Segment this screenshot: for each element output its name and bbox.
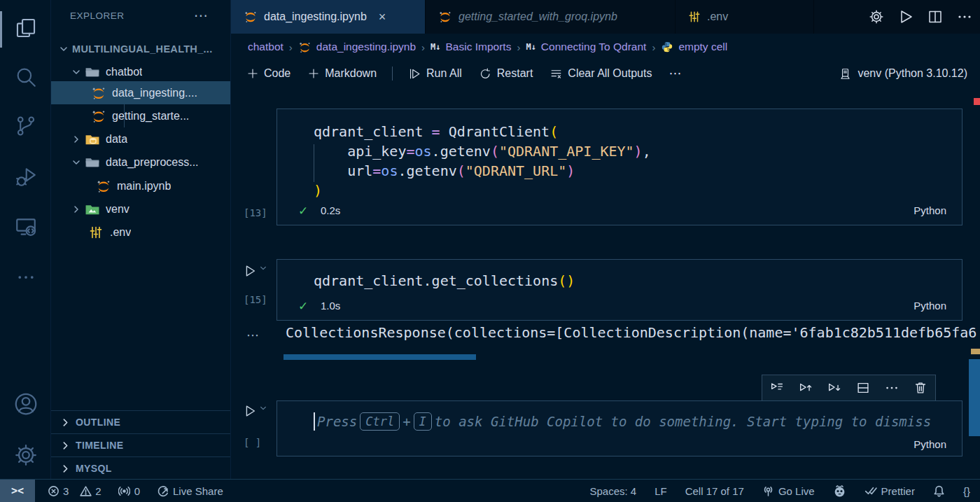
text-cursor <box>314 412 315 431</box>
breadcrumb-connecting-to-qdrant[interactable]: M↓ Connecting To Qdrant <box>526 41 646 53</box>
tree-folder-data-preprocess[interactable]: data_preprocess... <box>51 151 230 174</box>
code-cell-1[interactable]: qdrant_client = QdrantClient( api_key=os… <box>276 109 962 225</box>
folder-icon <box>85 156 100 169</box>
jupyter-icon <box>244 10 258 24</box>
run-icon <box>242 263 258 279</box>
indentation-indicator[interactable]: Spaces: 4 <box>589 485 636 497</box>
account-icon[interactable] <box>0 382 51 426</box>
tree-folder-venv[interactable]: venv <box>51 197 230 221</box>
eol-indicator[interactable]: LF <box>654 485 667 497</box>
env-settings-icon <box>688 11 701 23</box>
remote-indicator[interactable]: >< <box>0 480 35 502</box>
run-debug-icon[interactable] <box>0 154 51 199</box>
breadcrumb-empty-cell[interactable]: empty cell <box>661 41 727 53</box>
split-cell-icon[interactable] <box>854 379 872 397</box>
run-all-icon[interactable] <box>896 7 916 27</box>
tree-folder-chatbot[interactable]: chatbot <box>51 60 230 83</box>
breadcrumb-basic-imports[interactable]: M↓ Basic Imports <box>430 41 511 53</box>
more-views-icon[interactable] <box>0 255 51 300</box>
notifications-bell-icon[interactable] <box>933 485 945 497</box>
chevron-down-icon <box>59 45 68 53</box>
clear-all-outputs-button[interactable]: Clear All Outputs <box>544 64 657 83</box>
code-cell-2[interactable]: qdrant_client.get_collections() ✓ 1.0s P… <box>276 259 962 321</box>
ports-indicator[interactable]: 0 <box>118 485 140 497</box>
copilot-hint: PressCtrl+I to ask GitHub Copilot to do … <box>314 412 931 431</box>
kernel-picker[interactable]: venv (Python 3.10.12) <box>833 60 973 87</box>
cell-position-indicator[interactable]: Cell 17 of 17 <box>685 485 744 497</box>
clear-outputs-icon <box>550 67 563 81</box>
braces-indicator[interactable]: {} <box>963 485 970 497</box>
restart-button[interactable]: Restart <box>473 64 539 83</box>
cell-language-picker[interactable]: Python <box>913 300 946 312</box>
go-live-button[interactable]: Go Live <box>762 485 815 497</box>
cell-language-picker[interactable]: Python <box>913 438 946 450</box>
tab-env[interactable]: .env <box>676 0 814 34</box>
run-below-icon[interactable] <box>825 379 844 397</box>
octoface-icon[interactable] <box>833 484 846 498</box>
run-all-button[interactable]: Run All <box>402 64 468 83</box>
run-above-icon[interactable] <box>797 379 815 397</box>
warning-icon <box>80 485 92 497</box>
explorer-more-actions[interactable]: ⋯ <box>194 7 209 24</box>
tree-file-env[interactable]: .env <box>51 221 230 244</box>
chevron-right-icon <box>61 418 70 427</box>
live-share-button[interactable]: Live Share <box>157 485 223 497</box>
search-icon[interactable] <box>0 55 51 99</box>
execution-count: [13] <box>244 207 267 218</box>
more-actions-icon[interactable] <box>955 7 974 27</box>
toolbar-divider <box>392 67 393 81</box>
jupyter-icon <box>91 109 106 124</box>
code-editor[interactable]: qdrant_client = QdrantClient( api_key=os… <box>277 109 962 200</box>
source-control-icon[interactable] <box>0 104 51 148</box>
jupyter-icon <box>298 41 312 54</box>
go-live-icon <box>762 485 774 497</box>
add-code-cell-button[interactable]: Code <box>241 64 296 83</box>
code-editor[interactable]: qdrant_client.get_collections() <box>277 260 962 291</box>
prettier-indicator[interactable]: Prettier <box>864 484 915 497</box>
broadcast-icon <box>118 485 130 497</box>
problems-indicator[interactable]: 3 2 <box>48 485 102 497</box>
tree-folder-data[interactable]: data <box>51 127 230 151</box>
delete-cell-icon[interactable] <box>911 379 930 397</box>
python-icon <box>661 41 673 53</box>
output-collapse-icon[interactable]: ⋯ <box>246 328 260 343</box>
tab-data-ingesting[interactable]: data_ingesting.ipynb × <box>231 0 426 34</box>
cell-language-picker[interactable]: Python <box>913 204 946 216</box>
tree-file-main-ipynb[interactable]: main.ipynb <box>51 174 230 197</box>
vscode-window: EXPLORER ⋯ MULTILINGUAL_HEALTH_... chatb… <box>0 0 980 502</box>
tab-getting-started[interactable]: getting_started_with_groq.ipynb <box>426 0 676 34</box>
more-actions-icon[interactable] <box>883 379 901 397</box>
editor-area: data_ingesting.ipynb × getting_started_w… <box>231 0 980 479</box>
cell-output: CollectionsResponse(collections=[Collect… <box>286 322 980 343</box>
empty-code-cell[interactable]: PressCtrl+I to ask GitHub Copilot to do … <box>276 400 962 456</box>
close-icon[interactable]: × <box>379 10 386 25</box>
vertical-scrollbar[interactable] <box>969 359 980 436</box>
tree-file-getting-started[interactable]: getting_starte... <box>51 104 230 127</box>
notebook-settings-gear-icon[interactable] <box>867 7 886 27</box>
database-folder-icon <box>85 133 100 146</box>
chevron-right-icon <box>61 464 70 473</box>
horizontal-scrollbar[interactable] <box>284 354 476 360</box>
breadcrumb-chatbot[interactable]: chatbot <box>248 41 284 53</box>
breadcrumb: chatbot › data_ingesting.ipynb › M↓ Basi… <box>231 34 980 60</box>
venv-folder-icon <box>85 203 100 216</box>
tree-file-data-ingesting[interactable]: data_ingesting.... <box>51 81 230 104</box>
panel-mysql[interactable]: MYSQL <box>51 456 230 480</box>
folder-icon <box>85 66 100 78</box>
add-markdown-cell-button[interactable]: Markdown <box>302 64 382 83</box>
live-share-icon <box>157 485 169 497</box>
run-cell-button[interactable] <box>242 263 267 279</box>
execute-above-cells-icon[interactable] <box>768 379 786 397</box>
run-cell-button[interactable] <box>242 403 267 419</box>
split-editor-icon[interactable] <box>925 7 945 27</box>
breadcrumb-notebook[interactable]: data_ingesting.ipynb <box>298 41 416 54</box>
chevron-down-icon <box>72 68 80 76</box>
panel-timeline[interactable]: TIMELINE <box>51 433 230 456</box>
panel-outline[interactable]: OUTLINE <box>51 410 230 433</box>
explorer-icon[interactable] <box>0 6 51 50</box>
remote-explorer-icon[interactable] <box>0 204 51 249</box>
toolbar-more-icon[interactable]: ⋯ <box>663 63 687 84</box>
kernel-icon <box>839 67 852 81</box>
settings-gear-icon[interactable] <box>0 433 51 477</box>
tree-root[interactable]: MULTILINGUAL_HEALTH_... <box>51 37 230 60</box>
